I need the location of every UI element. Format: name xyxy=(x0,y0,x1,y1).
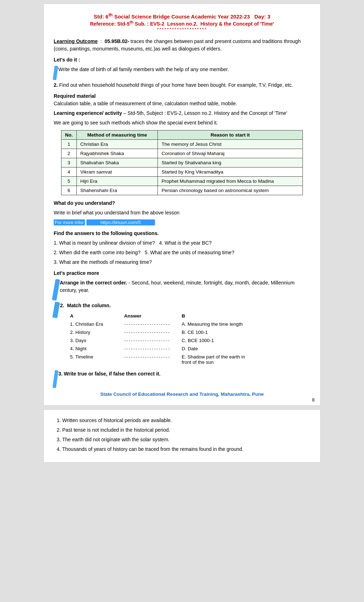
table-header-reason: Reason to start it xyxy=(158,130,303,139)
match-b-1: A. Measuring the time length xyxy=(180,320,317,328)
match-dash-1: -------------------- xyxy=(122,320,179,328)
header-line2: Reference: Std-5th Sub. : EVS-2 Lesson n… xyxy=(54,20,310,27)
match-row-4: 4. Night -------------------- D. Date xyxy=(68,345,317,352)
required-material-section: Required material Calculation table, a t… xyxy=(54,92,310,127)
find-answers-label: Find the answers to the following questi… xyxy=(54,230,310,237)
true-false-list: Written sources of historical periods ar… xyxy=(62,417,310,453)
table-header-no: No. xyxy=(61,130,77,139)
table-cell-reason-4: Started by King Vikramaditya xyxy=(158,167,303,176)
learning-outcome-para: Learning Outcome : 05.95B.02- traces the… xyxy=(54,38,310,53)
match-b-2: B. CE 100-1 xyxy=(180,329,317,336)
understand-section: What do you understand? Write in brief w… xyxy=(54,199,310,226)
match-a-1: 1. Christian Era xyxy=(68,320,121,328)
table-row-6: 6Shahenshahi EraPersian chronology based… xyxy=(61,186,303,195)
table-cell-no-5: 5 xyxy=(61,176,77,186)
page-header: Std: 6th Std: 6th Social Science Bridge … xyxy=(54,12,310,32)
tf-item-3: The earth did not originate with the sol… xyxy=(62,436,310,443)
q1-text: Arrange in the correct order. - Second, … xyxy=(60,279,310,294)
lets-do-it-label: Let's do it : xyxy=(54,56,310,64)
more-info-url[interactable]: https://tinuurl.com/5 xyxy=(86,219,155,225)
table-cell-reason-6: Persian chronology based on astronomical… xyxy=(158,186,303,195)
question-1: 1. What is meant by unilinear division o… xyxy=(54,239,310,247)
required-material-para: Required material Calculation table, a t… xyxy=(54,92,310,107)
table-cell-no-3: 3 xyxy=(61,158,77,167)
match-row-3: 3. Days -------------------- C. BCE 1000… xyxy=(68,337,317,344)
table-cell-reason-3: Started by Shalivahana king xyxy=(158,158,303,167)
q3-row: 3. Write true or false, if false then co… xyxy=(54,370,310,388)
match-b-4: D. Date xyxy=(180,345,317,352)
q3-text: 3. Write true or false, if false then co… xyxy=(58,370,161,378)
q2-row: 2. Match the column. A Answer B 1. Chris… xyxy=(54,302,310,367)
more-info-label: For more infor xyxy=(54,219,85,225)
match-row-2: 2. History -------------------- B. CE 10… xyxy=(68,329,317,336)
match-dash-5: -------------------- xyxy=(122,353,179,366)
q2-label-line: 2. Match the column. xyxy=(60,302,310,309)
q2-label: Match the column. xyxy=(67,303,111,308)
match-a-2: 2. History xyxy=(68,329,121,336)
q1-label: Arrange in the correct order. xyxy=(60,280,127,286)
match-a-4: 4. Night xyxy=(68,345,121,352)
page-2: Written sources of historical periods ar… xyxy=(43,409,321,463)
tf-item-1: Written sources of historical periods ar… xyxy=(62,417,310,424)
pen-icon-1 xyxy=(53,65,58,80)
intro-text: We are going to see such methods which s… xyxy=(54,119,310,127)
match-dash-4: -------------------- xyxy=(122,345,179,352)
table-cell-reason-2: Coronation of Shivaji Maharaj xyxy=(158,149,303,158)
q2-number: 2. xyxy=(60,303,64,308)
match-dash-3: -------------------- xyxy=(122,337,179,344)
time-methods-table-container: No. Method of measuring time Reason to s… xyxy=(54,130,310,195)
learning-outcome-label: Learning Outcome xyxy=(54,38,98,44)
match-row-5: 5. Timeline -------------------- E. Shad… xyxy=(68,353,317,366)
table-cell-no-4: 4 xyxy=(61,167,77,176)
find-answers-section: Find the answers to the following questi… xyxy=(54,230,310,266)
table-row-3: 3Shalivahan ShakaStarted by Shalivahana … xyxy=(61,158,303,167)
table-cell-no-1: 1 xyxy=(61,139,77,149)
task1-text: Write the date of birth of all family me… xyxy=(58,66,229,73)
required-material-label: Required material xyxy=(54,93,96,99)
table-cell-method-4: Vikram samvat xyxy=(76,167,158,176)
table-cell-reason-1: The memory of Jesus Christ xyxy=(158,139,303,149)
match-row-1: 1. Christian Era -------------------- A.… xyxy=(68,320,317,328)
task2-text: 2. Find out when household household thi… xyxy=(54,81,310,89)
header-line1: Std: 6th Std: 6th Social Science Bridge … xyxy=(54,12,310,20)
table-row-1: 1Christian EraThe memory of Jesus Christ xyxy=(61,139,303,149)
table-header-method: Method of measuring time xyxy=(76,130,158,139)
table-row-4: 4Vikram samvatStarted by King Vikramadit… xyxy=(61,167,303,176)
q1-row: Arrange in the correct order. - Second, … xyxy=(54,279,310,300)
practice-section: Let's practice more Arrange in the corre… xyxy=(54,270,310,388)
tf-item-2: Past tense is not included in the histor… xyxy=(62,426,310,434)
question-2: 2. When did the earth come into being? 5… xyxy=(54,249,310,256)
match-a-3: 3. Days xyxy=(68,337,121,344)
more-info-line: For more infor https://tinuurl.com/5 xyxy=(54,219,310,226)
page-1: Std: 6th Std: 6th Social Science Bridge … xyxy=(43,4,321,406)
question-3: 3. What are the methods of measuring tim… xyxy=(54,259,310,266)
pen-icon-q2 xyxy=(52,302,60,318)
table-cell-method-6: Shahenshahi Era xyxy=(76,186,158,195)
learning-exp-label: Learning experience/ activity xyxy=(54,110,122,116)
understand-text: Write in brief what you understand from … xyxy=(54,209,310,217)
learning-outcome-section: Learning Outcome : 05.95B.02- traces the… xyxy=(54,38,310,53)
match-a-5: 5. Timeline xyxy=(68,353,121,366)
table-cell-method-1: Christian Era xyxy=(76,139,158,149)
lets-do-it-section: Let's do it : Write the date of birth of… xyxy=(54,56,310,89)
match-col-answer-header: Answer xyxy=(122,312,179,320)
pen-icon-q1 xyxy=(52,279,60,300)
learning-exp-text: – Std-5th, Subject : EVS-2, Lesson no.2.… xyxy=(123,110,287,116)
table-cell-method-3: Shalivahan Shaka xyxy=(76,158,158,167)
required-material-text: Calculation table, a table of measuremen… xyxy=(54,101,237,106)
match-b-3: C. BCE 1000-1 xyxy=(180,337,317,344)
table-row-5: 5Hijri EraProphet Muhammad migrated from… xyxy=(61,176,303,186)
match-dash-2: -------------------- xyxy=(122,329,179,336)
q2-content: 2. Match the column. A Answer B 1. Chris… xyxy=(60,302,310,367)
match-col-a-header: A xyxy=(68,312,121,320)
understand-label: What do you understand? xyxy=(54,199,310,207)
table-cell-reason-5: Prophet Muhammad migrated from Mecca to … xyxy=(158,176,303,186)
header-stars: ******************** xyxy=(54,27,310,32)
table-cell-no-6: 6 xyxy=(61,186,77,195)
table-row-2: 2Rajyabhishek ShakaCoronation of Shivaji… xyxy=(61,149,303,158)
practice-label: Let's practice more xyxy=(54,270,310,277)
tf-item-4: Thousands of years of history can be tra… xyxy=(62,446,310,453)
task1-row: Write the date of birth of all family me… xyxy=(54,66,310,80)
learning-outcome-code: 05.95B.02- xyxy=(105,38,129,44)
scert-footer: State Council of Educational Research an… xyxy=(54,391,310,397)
